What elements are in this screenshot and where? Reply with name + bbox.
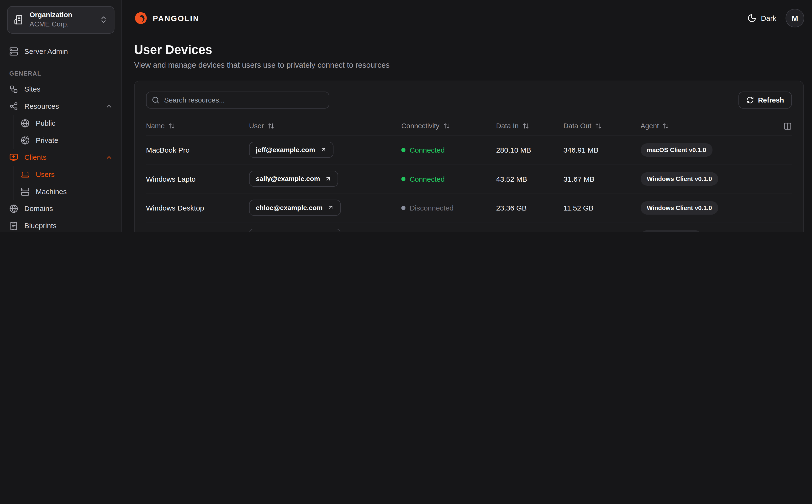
column-header-connectivity[interactable]: Connectivity — [401, 122, 496, 130]
sidebar-item-label: Clients — [24, 153, 99, 162]
user-link[interactable]: david@example.com — [249, 229, 341, 232]
page-head: User Devices View and manage devices tha… — [122, 36, 812, 69]
topbar: PANGOLIN Dark M — [122, 0, 812, 36]
connectivity-status: Disconnected — [401, 204, 496, 212]
brand-name: PANGOLIN — [153, 14, 199, 22]
sort-icon — [268, 123, 274, 129]
blueprint-icon — [9, 221, 18, 230]
device-name: MacBook Pro — [146, 146, 249, 154]
page-subtitle: View and manage devices that users use t… — [134, 61, 800, 69]
sidebar: Organization ACME Corp. Server AdminGENE… — [0, 0, 122, 232]
sidebar-item-public[interactable]: Public — [13, 115, 121, 132]
moon-icon — [748, 13, 757, 23]
data-in-value: 43.52 MB — [496, 175, 563, 183]
table-row: Windows Desktopchloe@example.comDisconne… — [146, 193, 792, 222]
status-dot-icon — [401, 148, 405, 152]
globe-icon — [9, 204, 18, 213]
table-row: MacBook Projeff@example.comConnected280.… — [146, 135, 792, 164]
user-avatar[interactable]: M — [786, 9, 804, 27]
sidebar-section: Server Admin — [0, 43, 121, 60]
brand[interactable]: PANGOLIN — [134, 11, 199, 25]
column-tools — [770, 122, 792, 130]
data-out-value: 11.52 GB — [563, 204, 641, 212]
column-header-label: Data In — [496, 122, 518, 130]
columns-icon — [784, 122, 792, 130]
sidebar-item-label: Public — [36, 119, 113, 128]
column-header-user[interactable]: User — [249, 122, 401, 130]
column-header-data_out[interactable]: Data Out — [563, 122, 641, 130]
user-link[interactable]: sally@example.com — [249, 171, 338, 187]
sidebar-item-label: Machines — [36, 187, 113, 196]
sidebar-item-label: Server Admin — [24, 47, 113, 56]
refresh-label: Refresh — [758, 96, 784, 104]
table-row: iPhonedavid@example.comConnected181.13 M… — [146, 222, 792, 232]
user-email: sally@example.com — [256, 175, 320, 183]
sort-icon — [663, 123, 669, 129]
main-content: PANGOLIN Dark M User Devices View and ma… — [122, 0, 812, 232]
column-header-name[interactable]: Name — [146, 122, 249, 130]
globe-icon — [21, 119, 30, 128]
sidebar-item-label: Resources — [24, 102, 99, 110]
devices-table: NameUserConnectivityData InData OutAgent… — [146, 117, 792, 232]
search-input[interactable] — [146, 92, 329, 109]
sidebar-item-sites[interactable]: Sites — [0, 81, 121, 98]
user-link[interactable]: chloe@example.com — [249, 200, 341, 216]
laptop-icon — [21, 170, 30, 179]
sidebar-item-label: Blueprints — [24, 221, 113, 230]
status-dot-icon — [401, 177, 405, 181]
theme-toggle-label: Dark — [761, 14, 776, 22]
sidebar-item-label: Users — [36, 170, 113, 179]
refresh-icon — [746, 96, 754, 104]
sidebar-item-private[interactable]: Private — [13, 132, 121, 149]
column-header-agent[interactable]: Agent — [641, 122, 770, 130]
device-name: Windows Desktop — [146, 204, 249, 212]
theme-toggle[interactable]: Dark — [748, 13, 776, 23]
sidebar-nav: Server AdminGENERALSitesResourcesPublicP… — [0, 43, 121, 232]
sidebar-section: GENERALSitesResourcesPublicPrivateClient… — [0, 68, 121, 232]
arrow-up-right-icon — [320, 146, 327, 153]
refresh-button[interactable]: Refresh — [738, 92, 792, 109]
sort-icon — [522, 123, 529, 129]
sidebar-item-blueprints[interactable]: Blueprints — [0, 217, 121, 232]
table-header-row: NameUserConnectivityData InData OutAgent — [146, 117, 792, 135]
agent-badge: macOS Client v0.1.0 — [641, 143, 713, 156]
data-in-value: 23.36 GB — [496, 204, 563, 212]
sidebar-subgroup: UsersMachines — [13, 166, 121, 200]
sidebar-item-machines[interactable]: Machines — [13, 183, 121, 200]
resources-icon — [9, 102, 18, 111]
sidebar-item-resources[interactable]: Resources — [0, 98, 121, 115]
search-icon — [152, 96, 160, 104]
column-header-data_in[interactable]: Data In — [496, 122, 563, 130]
sidebar-item-users[interactable]: Users — [13, 166, 121, 183]
arrow-up-right-icon — [325, 175, 331, 182]
sidebar-item-clients[interactable]: Clients — [0, 149, 121, 166]
sidebar-section-heading: GENERAL — [0, 68, 121, 81]
column-visibility-button[interactable] — [784, 122, 792, 130]
org-switcher[interactable]: Organization ACME Corp. — [7, 6, 114, 33]
connectivity-status: Connected — [401, 146, 496, 154]
sidebar-item-domains[interactable]: Domains — [0, 200, 121, 217]
sidebar-item-server-admin[interactable]: Server Admin — [0, 43, 121, 60]
column-header-label: User — [249, 122, 264, 130]
search-wrap — [146, 92, 329, 109]
status-dot-icon — [401, 206, 405, 210]
data-in-value: 280.10 MB — [496, 146, 563, 154]
sidebar-item-label: Private — [36, 136, 113, 144]
agent-badge: Windows Client v0.1.0 — [641, 201, 718, 214]
user-email: jeff@example.com — [256, 146, 315, 154]
data-out-value: 346.91 MB — [563, 146, 641, 154]
agent-badge: iOS Client v0.1.0 — [641, 230, 702, 232]
column-header-label: Agent — [641, 122, 659, 130]
status-label: Disconnected — [410, 204, 453, 212]
globe-lock-icon — [21, 136, 30, 145]
server-icon — [9, 47, 18, 56]
org-switcher-value: ACME Corp. — [30, 20, 94, 29]
table-row: Windows Laptosally@example.comConnected4… — [146, 165, 792, 193]
sort-icon — [443, 123, 450, 129]
status-label: Connected — [410, 146, 445, 154]
org-switcher-label: Organization — [30, 11, 94, 20]
user-link[interactable]: jeff@example.com — [249, 142, 333, 158]
pangolin-logo-icon — [134, 11, 147, 25]
device-name: Windows Lapto — [146, 175, 249, 183]
sites-icon — [9, 85, 18, 93]
